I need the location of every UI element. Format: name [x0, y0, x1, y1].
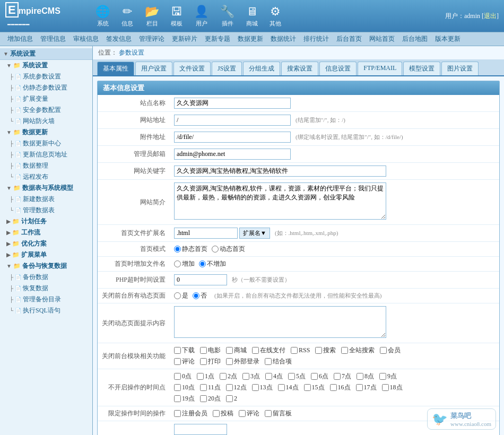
sidebar-subsection-model[interactable]: ▼📁 数据表与系统模型	[0, 182, 92, 194]
tab-search[interactable]: 搜索设置	[281, 62, 318, 75]
index-addfile-yes[interactable]: 增加	[174, 259, 195, 268]
time-6[interactable]: 6点	[311, 372, 328, 381]
time-13[interactable]: 13点	[252, 383, 273, 392]
sidebar-subsection-backup[interactable]: ▼📁 备份与恢复数据	[0, 260, 92, 272]
time-17[interactable]: 17点	[356, 383, 377, 392]
sidebar-subsection-extmenu[interactable]: ▶📁 扩展菜单	[0, 249, 92, 260]
sidebar-subsection-task[interactable]: ▶📁 计划任务	[0, 216, 92, 227]
time-0[interactable]: 0点	[174, 372, 192, 381]
time-15[interactable]: 15点	[304, 383, 325, 392]
tab-user[interactable]: 用户设置	[135, 62, 172, 75]
close-dynamic-no[interactable]: 否	[193, 291, 207, 300]
nav-shop[interactable]: 🖥 商城	[241, 3, 263, 30]
sidebar-item-manage-backup-dir[interactable]: ├📄管理备份目录	[0, 294, 92, 305]
time-3[interactable]: 3点	[242, 372, 260, 381]
sidebar-item-update-url[interactable]: ├📄更新信息页地址	[0, 149, 92, 160]
intro-textarea[interactable]: 久久资源网,淘宝热销教程,软件，课程，资源，素材的代理平台；我们只提供最新，最热…	[174, 182, 386, 220]
limit-op-register[interactable]: 注册会员	[174, 409, 207, 418]
nav-column[interactable]: 📂 栏目	[140, 3, 164, 30]
index-ext-input[interactable]	[174, 228, 238, 239]
secnav-update-snippet[interactable]: 更新碎片	[169, 34, 201, 44]
sidebar-item-security[interactable]: ├📄安全参数配置	[0, 105, 92, 116]
sidebar-subsection-workflow[interactable]: ▶📁 工作流	[0, 227, 92, 238]
secnav-version-update[interactable]: 版本更新	[432, 34, 464, 44]
php-timeout-input[interactable]	[174, 274, 227, 285]
sidebar-item-restore-data[interactable]: ├📄恢复数据	[0, 283, 92, 294]
module-print[interactable]: 打印	[200, 357, 221, 366]
last-stub-input[interactable]	[174, 424, 227, 435]
secnav-data-stats[interactable]: 数据统计	[267, 34, 299, 44]
time-4[interactable]: 4点	[265, 372, 283, 381]
site-url-input[interactable]	[174, 115, 291, 126]
sidebar-item-data-center[interactable]: ├📄数据更新中心	[0, 138, 92, 149]
time-18[interactable]: 18点	[382, 383, 403, 392]
time-19[interactable]: 19点	[174, 394, 195, 403]
index-mode-dynamic[interactable]: 动态首页	[212, 245, 245, 254]
time-14[interactable]: 14点	[278, 383, 299, 392]
time-9[interactable]: 9点	[379, 372, 397, 381]
time-16[interactable]: 16点	[330, 383, 351, 392]
module-movie[interactable]: 电影	[200, 346, 221, 355]
sidebar-item-new-table[interactable]: ├📄新建数据表	[0, 194, 92, 205]
sidebar-item-remote-publish[interactable]: └📄远程发布	[0, 171, 92, 182]
ext-btn[interactable]: 扩展名▼	[239, 228, 270, 239]
tab-model[interactable]: 模型设置	[403, 62, 440, 75]
sidebar-item-ext-vars[interactable]: ├📄扩展变量	[0, 93, 92, 105]
time-8[interactable]: 8点	[357, 372, 374, 381]
sidebar-subsection-optimize[interactable]: ▶📁 优化方案	[0, 238, 92, 249]
module-shop[interactable]: 商城	[226, 346, 247, 355]
tab-image[interactable]: 图片设置	[441, 62, 479, 75]
module-external-login[interactable]: 外部登录	[226, 357, 259, 366]
keywords-input[interactable]	[174, 166, 386, 177]
module-combine[interactable]: 结合项	[265, 357, 292, 366]
time-5[interactable]: 5点	[288, 372, 306, 381]
nav-template[interactable]: 🖫 模板	[166, 3, 188, 30]
module-full-search[interactable]: 全站搜索	[341, 346, 375, 355]
nav-other[interactable]: ⚙ 其他	[264, 3, 286, 30]
sidebar-item-data-organize[interactable]: ├📄数据整理	[0, 160, 92, 171]
sidebar-item-pseudo-static[interactable]: ├📄仿静态参数设置	[0, 82, 92, 93]
tab-info[interactable]: 信息设置	[319, 62, 357, 75]
secnav-admin-home[interactable]: 后台首页	[333, 34, 365, 44]
nav-plugin[interactable]: 🔧 插件	[215, 3, 240, 30]
sidebar-item-firewall[interactable]: └📄网站防火墙	[0, 116, 92, 127]
nav-sys[interactable]: 🌐 系统	[90, 3, 115, 30]
time-7[interactable]: 7点	[334, 372, 351, 381]
sidebar-subsection-sys[interactable]: ▼📁 系统设置	[0, 60, 92, 71]
tab-ftp[interactable]: FTP/EMAIL	[358, 62, 402, 75]
secnav-add-info[interactable]: 增加信息	[4, 34, 36, 44]
tab-js[interactable]: JS设置	[212, 62, 242, 75]
module-download[interactable]: 下载	[174, 346, 195, 355]
tab-file[interactable]: 文件设置	[173, 62, 211, 75]
time-11[interactable]: 11点	[200, 383, 221, 392]
module-comment[interactable]: 评论	[174, 357, 195, 366]
secnav-site-home[interactable]: 网站首页	[366, 34, 398, 44]
secnav-sign-info[interactable]: 签发信息	[103, 34, 135, 44]
tab-basic[interactable]: 基本属性	[97, 62, 134, 75]
secnav-admin-map[interactable]: 后台地图	[399, 34, 431, 44]
time-10[interactable]: 10点	[174, 383, 195, 392]
site-name-input[interactable]	[174, 98, 291, 109]
module-member[interactable]: 会员	[380, 346, 401, 355]
close-dynamic-content-textarea[interactable]	[174, 306, 386, 338]
sidebar-item-execute-sql[interactable]: └📄执行SQL语句	[0, 305, 92, 316]
secnav-update-topic[interactable]: 更新专题	[202, 34, 233, 44]
secnav-rank-stats[interactable]: 排行统计	[300, 34, 332, 44]
admin-email-input[interactable]	[174, 149, 291, 160]
module-search[interactable]: 搜索	[315, 346, 336, 355]
time-1[interactable]: 1点	[197, 372, 214, 381]
logout-link[interactable]: 退出	[484, 12, 497, 20]
secnav-manage-comment[interactable]: 管理评论	[136, 34, 168, 44]
time-21[interactable]: 2	[226, 394, 237, 403]
secnav-manage-info[interactable]: 管理信息	[37, 34, 69, 44]
index-addfile-no[interactable]: 不增加	[199, 259, 226, 268]
sidebar-item-backup-data[interactable]: ├📄备份数据	[0, 272, 92, 283]
sidebar-item-sysparams[interactable]: ├📄系统参数设置	[0, 71, 92, 82]
close-dynamic-yes[interactable]: 是	[174, 291, 188, 300]
module-pay[interactable]: 在线支付	[252, 346, 285, 355]
time-2[interactable]: 2点	[220, 372, 237, 381]
attach-url-input[interactable]	[174, 132, 291, 143]
tab-group[interactable]: 分组生成	[243, 62, 280, 75]
index-mode-static[interactable]: 静态首页	[174, 245, 207, 254]
secnav-audit-info[interactable]: 审核信息	[70, 34, 102, 44]
